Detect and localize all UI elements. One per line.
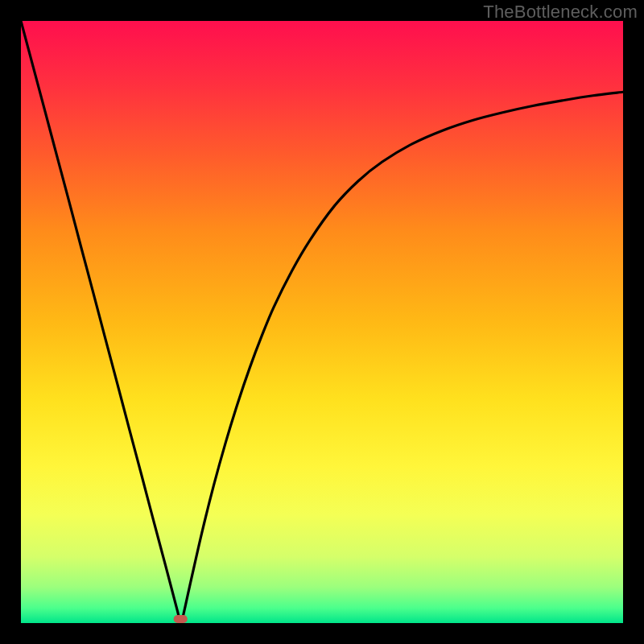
bottleneck-chart [21,21,623,623]
chart-frame [21,21,623,623]
optimal-marker [174,615,188,623]
watermark-text: TheBottleneck.com [483,2,638,23]
gradient-background [21,21,623,623]
